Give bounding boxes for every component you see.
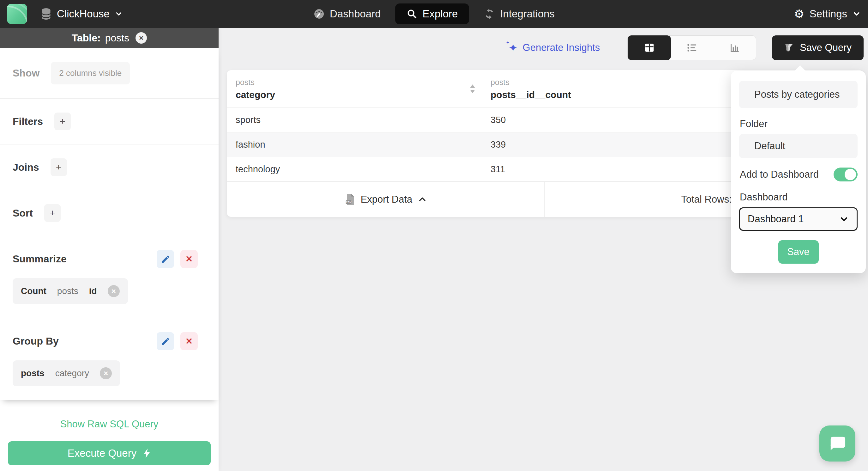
generate-insights-button[interactable]: ✦ Generate Insights <box>508 41 600 54</box>
pencil-icon <box>161 255 170 264</box>
top-navbar: ClickHouse Dashboard <box>0 0 868 28</box>
tab-integrations[interactable]: Integrations <box>484 8 554 20</box>
remove-group-icon[interactable]: ✕ <box>100 367 112 379</box>
sparkle-icon: ✦ <box>508 41 518 54</box>
group-by-label: Group By <box>12 335 59 347</box>
table-view-button[interactable] <box>628 35 671 60</box>
add-to-dashboard-label: Add to Dashboard <box>739 169 819 180</box>
folder-input[interactable] <box>739 134 858 158</box>
sidebar-footer: Show Raw SQL Query Execute Query <box>8 418 211 465</box>
column-name: category <box>236 89 482 100</box>
total-rows-label: Total Rows: <box>681 194 732 205</box>
execute-query-button[interactable]: Execute Query <box>8 441 211 465</box>
summarize-section: Summarize ✕ Count posts id ✕ <box>0 236 219 318</box>
filters-label: Filters <box>12 116 43 127</box>
group-column: category <box>55 368 89 378</box>
toggle-knob <box>845 169 856 180</box>
gauge-icon <box>313 8 325 20</box>
add-join-button[interactable]: + <box>51 158 67 176</box>
aggregate-fn: Count <box>21 286 46 296</box>
settings-label: Settings <box>810 8 847 20</box>
builder-sections: Show 2 columns visible Filters + Joins +… <box>0 48 219 400</box>
aggregate-table: posts <box>57 286 78 296</box>
column-header-category[interactable]: posts category <box>227 70 482 107</box>
cell-category: sports <box>227 115 482 125</box>
query-builder-sidebar: Table: posts ✕ Show 2 columns visible Fi… <box>0 28 219 471</box>
show-label: Show <box>12 67 39 79</box>
tab-label: Dashboard <box>330 8 381 20</box>
tab-label: Explore <box>423 8 458 20</box>
summarize-label: Summarize <box>12 253 67 265</box>
columns-visible-chip[interactable]: 2 columns visible <box>51 62 130 84</box>
save-query-button[interactable]: Save Query <box>772 35 864 60</box>
remove-aggregate-icon[interactable]: ✕ <box>108 285 120 297</box>
gear-icon: ⚙ <box>794 8 805 20</box>
query-name-input[interactable] <box>739 81 858 108</box>
save-button[interactable]: Save <box>778 240 819 264</box>
lightning-icon <box>143 448 151 458</box>
edit-summarize-button[interactable] <box>157 250 174 268</box>
save-query-popover: Folder Add to Dashboard Dashboard Dashbo… <box>731 71 866 273</box>
results-toolbar: ✦ Generate Insights <box>227 35 864 60</box>
remove-group-by-button[interactable]: ✕ <box>180 332 198 350</box>
dashboard-select[interactable]: Dashboard 1 <box>739 207 858 231</box>
database-icon <box>40 8 52 20</box>
settings-menu[interactable]: ⚙ Settings <box>794 8 861 20</box>
table-view-icon <box>644 42 655 54</box>
search-icon <box>407 8 417 19</box>
bar-chart-icon <box>729 42 741 54</box>
group-table: posts <box>21 368 44 378</box>
chat-widget-button[interactable] <box>819 425 856 462</box>
deselect-table-button[interactable]: ✕ <box>135 32 147 43</box>
remove-summarize-button[interactable]: ✕ <box>180 250 198 268</box>
connection-dropdown[interactable]: ClickHouse <box>40 8 123 20</box>
view-toggle-group <box>628 35 756 60</box>
group-by-section: Group By ✕ posts category ✕ <box>0 318 219 400</box>
svg-text:CSV: CSV <box>346 201 351 204</box>
folder-label: Folder <box>739 118 858 129</box>
add-to-dashboard-toggle[interactable] <box>834 168 858 181</box>
edit-group-by-button[interactable] <box>157 332 174 350</box>
export-data-label: Export Data <box>361 194 412 205</box>
table-name: posts <box>105 32 129 44</box>
selected-table-bar: Table: posts ✕ <box>0 28 219 48</box>
sync-icon <box>484 8 495 20</box>
joins-label: Joins <box>12 161 39 173</box>
tab-dashboard[interactable]: Dashboard <box>313 8 381 20</box>
group-by-tag: posts category ✕ <box>12 360 120 386</box>
summarize-tag: Count posts id ✕ <box>12 278 128 304</box>
execute-query-label: Execute Query <box>68 447 136 459</box>
cell-category: fashion <box>227 139 482 150</box>
tab-explore[interactable]: Explore <box>396 3 469 24</box>
dashboard-select-value: Dashboard 1 <box>748 213 804 225</box>
chevron-down-icon <box>852 9 861 18</box>
pencil-icon <box>161 337 170 346</box>
cell-category: technology <box>227 164 482 175</box>
brand-area: ClickHouse <box>7 4 123 24</box>
funnel-icon <box>784 43 794 53</box>
csv-file-icon: CSV <box>344 194 355 205</box>
joins-section: Joins + <box>0 144 219 190</box>
show-raw-sql-link[interactable]: Show Raw SQL Query <box>60 418 159 430</box>
add-sort-button[interactable]: + <box>44 204 61 222</box>
list-view-button[interactable] <box>671 36 713 60</box>
list-view-icon <box>685 41 698 54</box>
add-filter-button[interactable]: + <box>54 113 71 130</box>
sort-section: Sort + <box>0 190 219 236</box>
table-prefix: Table: <box>72 32 101 44</box>
sort-label: Sort <box>12 207 33 219</box>
chevron-up-icon <box>418 196 427 203</box>
nav-tabs: Dashboard Explore Integrations <box>313 0 555 28</box>
aggregate-column: id <box>89 286 97 296</box>
sort-arrows-icon[interactable] <box>468 84 477 94</box>
chart-view-button[interactable] <box>713 36 756 60</box>
column-group: posts <box>236 78 482 87</box>
show-section: Show 2 columns visible <box>0 48 219 99</box>
speech-bubble-icon <box>828 435 846 452</box>
filters-section: Filters + <box>0 99 219 144</box>
tab-label: Integrations <box>500 8 554 20</box>
app-logo[interactable] <box>7 4 27 24</box>
chevron-down-icon <box>115 10 123 18</box>
export-data-button[interactable]: CSV Export Data <box>227 182 545 217</box>
save-query-label: Save Query <box>800 42 851 53</box>
